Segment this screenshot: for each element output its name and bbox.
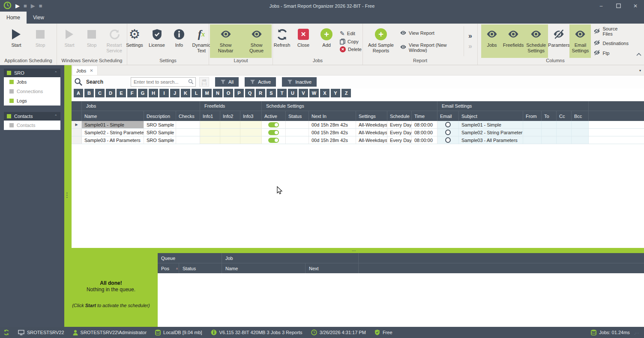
sidebar-item-contacts[interactable]: Contacts [4,121,60,130]
alphabet-filter-V[interactable]: V [299,89,308,97]
column-header-bcc[interactable]: Bcc [572,111,589,121]
alphabet-filter-L[interactable]: L [192,89,201,97]
email-radio[interactable] [437,121,459,128]
column-header-settings[interactable]: Settings [356,111,387,121]
cell-info3[interactable] [240,136,262,144]
cell-settings[interactable]: All-Weekdays [356,121,387,128]
tab-view[interactable]: View [27,12,51,24]
tab-list-dropdown-icon[interactable]: ▾ [639,69,641,72]
cell-next-in[interactable]: 00d 15h 28m 42s [309,129,356,136]
column-header-checks[interactable]: Checks [176,111,200,121]
alphabet-filter-N[interactable]: N [213,89,222,97]
alphabet-filter-K[interactable]: K [181,89,190,97]
queue-column-header-pos[interactable]: Pos▲ [158,263,179,273]
document-tab-jobs[interactable]: Jobs ✕ [72,66,98,75]
columns-freefields-toggle[interactable]: Freefields [503,24,524,58]
toggle-on-icon[interactable] [268,122,279,127]
alphabet-filter-S[interactable]: S [267,89,276,97]
alphabet-filter-E[interactable]: E [117,89,126,97]
column-header-from[interactable]: From [523,111,542,121]
columns-source-files-toggle[interactable]: Source Files [593,26,629,36]
alphabet-filter-Z[interactable]: Z [341,89,351,97]
band-header[interactable]: Email Settings [437,101,589,111]
cell-checks[interactable] [176,136,200,144]
navbar-group-header[interactable]: SRO⌃ [4,69,60,77]
alphabet-filter-Q[interactable]: Q [245,89,255,97]
active-toggle[interactable] [262,129,286,136]
columns-schedule-settings-toggle[interactable]: Schedule Settings [524,24,548,58]
copy-button[interactable]: Copy [340,39,362,45]
alphabet-filter-H[interactable]: H [149,89,158,97]
band-header[interactable]: Schedule Settings [262,101,437,111]
navbar-splitter[interactable]: ⬝⬝⬝ [64,65,72,248]
columns-email-settings-toggle[interactable]: Email Settings [569,24,591,58]
cell-status[interactable] [286,136,309,144]
cell-status[interactable] [286,121,309,128]
cell-schedule[interactable]: Every Day [387,136,412,144]
cell-description[interactable]: SRO Sample [144,121,176,128]
queue-splitter[interactable]: ⋯ [64,248,644,253]
service-stop-button[interactable]: Stop [81,24,102,58]
cell-subject[interactable]: Sample01 - Simple [459,121,523,128]
cell-schedule[interactable]: Every Day [387,121,412,128]
email-radio[interactable] [437,129,459,136]
cell-subject[interactable]: Sample03 - All Parameters [459,136,523,144]
cell-info2[interactable] [220,136,240,144]
cell-info1[interactable] [200,136,220,144]
band-header[interactable]: Jobs [82,101,200,111]
column-header-time[interactable]: Time [412,111,437,121]
quick-start-icon[interactable]: ▶ [15,3,20,9]
cell-from[interactable] [523,136,542,144]
cell-from[interactable] [523,129,542,136]
view-report-new-window-button[interactable]: View Report (New Window) [400,42,460,53]
column-header-email[interactable]: Email [437,111,459,121]
column-header-info1[interactable]: Info1 [200,111,220,121]
column-header-to[interactable]: To [542,111,557,121]
cell-settings[interactable]: All-Weekdays [356,129,387,136]
alphabet-filter-R[interactable]: R [256,89,265,97]
table-row[interactable]: Sample02 - String ParameterSRO Sample00d… [72,129,644,136]
show-navbar-toggle[interactable]: Show Navbar [210,24,241,58]
alphabet-filter-B[interactable]: B [84,89,94,97]
band-header[interactable]: Freefields [200,101,262,111]
cell-subject[interactable]: Sample02 - String Parameter [459,129,523,136]
add-button[interactable]: + Add [316,24,337,58]
sidebar-item-logs[interactable]: Logs [4,96,60,106]
statusbar-refresh[interactable] [3,327,14,338]
run-report-new-chevron-icon[interactable]: » [468,44,472,48]
cell-checks[interactable] [176,129,200,136]
service-restart-button[interactable]: Restart Service [103,24,125,58]
columns-destinations-toggle[interactable]: Destinations [593,40,629,46]
cell-name[interactable]: Sample03 - All Parameters [82,136,144,144]
quick-service-start-icon[interactable]: ▶ [31,3,35,9]
tab-close-icon[interactable]: ✕ [90,68,93,73]
cell-bcc[interactable] [572,121,589,128]
collapse-chevron-icon[interactable]: ⌃ [54,71,57,75]
alphabet-filter-I[interactable]: I [159,89,169,97]
cell-info3[interactable] [240,129,262,136]
cell-info1[interactable] [200,121,220,128]
service-start-button[interactable]: Start [59,24,80,58]
filter-all-button[interactable]: All [215,77,239,87]
search-input[interactable] [131,77,196,87]
sidebar-item-connections[interactable]: Connections [4,87,60,96]
license-button[interactable]: License [146,24,168,58]
sidebar-item-jobs[interactable]: Jobs [4,77,60,87]
cell-time[interactable]: 08:00:00 [412,121,437,128]
quick-stop-icon[interactable]: ■ [24,3,27,9]
cell-bcc[interactable] [572,129,589,136]
cell-info1[interactable] [200,129,220,136]
column-header-info2[interactable]: Info2 [220,111,240,121]
alphabet-filter-A[interactable]: A [74,89,83,97]
queue-column-header-name[interactable]: Name [222,263,306,273]
cell-time[interactable]: 08:00:00 [412,129,437,136]
email-radio[interactable] [437,136,459,144]
cell-name[interactable]: Sample02 - String Parameter [82,129,144,136]
cell-schedule[interactable]: Every Day [387,129,412,136]
cell-info2[interactable] [220,121,240,128]
alphabet-filter-F[interactable]: F [127,89,137,97]
filter-inactive-button[interactable]: Inactive [282,77,317,87]
close-button[interactable]: ✕ Close [293,24,314,58]
toggle-on-icon[interactable] [268,138,279,143]
refresh-button[interactable]: Refresh [271,24,293,58]
